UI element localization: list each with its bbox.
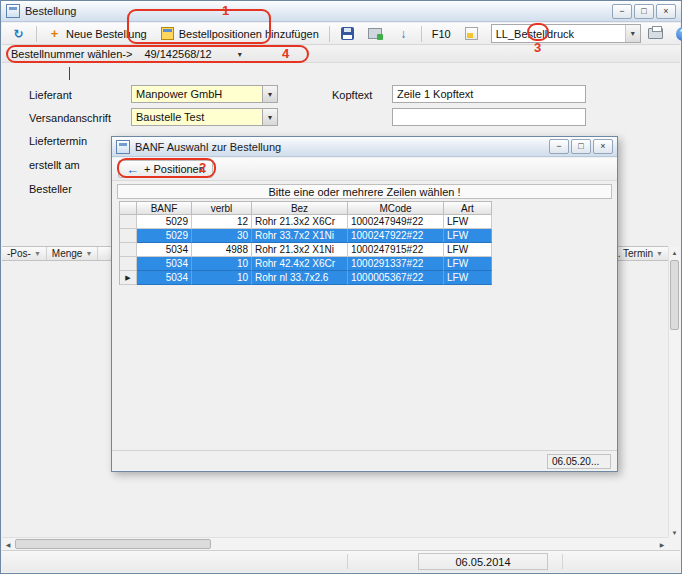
window-titlebar[interactable]: Bestellung − □ × [1, 1, 681, 22]
cell-banf: 5034 [137, 271, 192, 285]
row-selector[interactable] [119, 229, 137, 243]
cell-art: LFW [444, 271, 492, 285]
kopftext-line1-input[interactable]: Zeile 1 Kopftext [392, 85, 586, 103]
table-row[interactable]: 5034 4988 Rohr 21.3x2 X1Ni 1000247915#22… [119, 243, 492, 257]
cell-art: LFW [444, 257, 492, 271]
chevron-down-icon[interactable]: ▾ [238, 50, 242, 59]
instruction-text: Bitte eine oder mehrere Zeilen wählen ! [269, 186, 461, 198]
chevron-down-icon[interactable]: ▾ [625, 25, 640, 42]
col-mcode[interactable]: MCode [348, 201, 444, 215]
toolbar-separator [421, 26, 422, 42]
current-row-marker-icon[interactable]: ▶ [119, 271, 137, 285]
cell-mcode: 1000247949#22 [348, 215, 444, 229]
table-row-current[interactable]: ▶ 5034 10 Rohr nl 33.7x2.6 1000005367#22… [119, 271, 492, 285]
maximize-icon[interactable]: □ [571, 139, 591, 154]
positions-col-pos[interactable]: -Pos- ▼ [2, 247, 47, 260]
new-order-button[interactable]: + Neue Bestellung [41, 24, 153, 43]
save-icon [341, 27, 354, 40]
scroll-right-icon[interactable]: ▶ [656, 538, 668, 550]
dialog-titlebar[interactable]: BANF Auswahl zur Bestellung − □ × [112, 137, 617, 157]
cell-verbl: 4988 [192, 243, 252, 257]
sort-icon[interactable]: ▼ [85, 250, 92, 257]
positionen-label: + Positionen [144, 163, 205, 175]
versandanschrift-label: Versandanschrift [29, 112, 111, 124]
f10-label: F10 [432, 28, 451, 40]
cell-bez: Rohr nl 33.7x2.6 [252, 271, 348, 285]
report-icon [465, 27, 478, 40]
minimize-icon[interactable]: − [612, 4, 632, 19]
erstellt-am-label: erstellt am [29, 159, 80, 171]
scroll-up-icon[interactable]: ▲ [669, 247, 680, 259]
add-positions-button[interactable]: Bestellpositionen hinzufügen [154, 24, 325, 43]
positionen-button[interactable]: ← + Positionen [118, 160, 213, 178]
cell-banf: 5029 [137, 215, 192, 229]
report-combobox[interactable]: LL_Bestelldruck ▾ [491, 24, 641, 43]
printer-icon [648, 28, 663, 39]
chevron-down-icon[interactable]: ▾ [262, 85, 278, 103]
vertical-scrollbar[interactable]: ▲ ▼ [668, 247, 680, 539]
maximize-icon[interactable]: □ [634, 4, 654, 19]
cell-bez: Rohr 33.7x2 X1Ni [252, 229, 348, 243]
cell-bez: Rohr 21.3x2 X1Ni [252, 243, 348, 257]
table-header-row: BANF verbl Bez MCode Art [119, 201, 492, 215]
export-button[interactable] [362, 24, 389, 43]
cell-art: LFW [444, 215, 492, 229]
lieferant-label: Lieferant [29, 89, 72, 101]
order-select-value[interactable]: 49/142568/12 [144, 48, 211, 60]
kopftext-line2-input[interactable] [392, 108, 586, 126]
horizontal-scrollbar[interactable]: ◀ ▶ [2, 537, 668, 550]
left-arrow-icon: ← [126, 163, 139, 176]
window-title: Bestellung [25, 5, 76, 17]
add-positions-label: Bestellpositionen hinzufügen [179, 28, 319, 40]
refresh-button[interactable]: ↻ [5, 24, 32, 43]
close-icon[interactable]: × [656, 4, 676, 19]
f10-button[interactable]: F10 [426, 24, 457, 43]
col-art[interactable]: Art [444, 201, 492, 215]
kopftext-line1-value: Zeile 1 Kopftext [392, 85, 586, 103]
cell-art: LFW [444, 243, 492, 257]
report-button[interactable] [458, 24, 485, 43]
vertical-scrollbar-thumb[interactable] [670, 260, 679, 330]
table-row-selected[interactable]: 5029 30 Rohr 33.7x2 X1Ni 1000247922#22 L… [119, 229, 492, 243]
scrollbar-corner [668, 537, 680, 550]
statusbar-separator [347, 554, 348, 569]
table-row-selected[interactable]: 5034 10 Rohr 42.4x2 X6Cr 1000291337#22 L… [119, 257, 492, 271]
lieferant-combobox[interactable]: Manpower GmbH ▾ [131, 85, 278, 103]
cell-verbl: 10 [192, 271, 252, 285]
order-select-bar: Bestellnummer wählen-> 49/142568/12 ▾ [2, 46, 680, 63]
chevron-down-icon[interactable]: ▾ [262, 108, 278, 126]
col-verbl[interactable]: verbl [192, 201, 252, 215]
scroll-left-icon[interactable]: ◀ [2, 538, 14, 550]
row-selector[interactable] [119, 257, 137, 271]
statusbar-separator [562, 554, 563, 569]
plus-icon: + [47, 26, 62, 41]
horizontal-scrollbar-thumb[interactable] [15, 539, 211, 549]
banf-table: BANF verbl Bez MCode Art 5029 12 Rohr 21… [119, 201, 492, 285]
toolbar-separator [36, 26, 37, 42]
row-selector-header [119, 201, 137, 215]
kopftext-label: Kopftext [332, 89, 372, 101]
save-button[interactable] [334, 24, 361, 43]
col-bez[interactable]: Bez [252, 201, 348, 215]
statusbar: 06.05.2014 [2, 550, 680, 572]
row-selector[interactable] [119, 215, 137, 229]
order-select-label: Bestellnummer wählen-> [11, 48, 132, 60]
row-selector[interactable] [119, 243, 137, 257]
col-banf[interactable]: BANF [137, 201, 192, 215]
versandanschrift-value: Baustelle Test [131, 108, 262, 126]
sort-icon[interactable]: ▼ [34, 250, 41, 257]
download-button[interactable]: ↓ [390, 24, 417, 43]
print-button[interactable] [642, 24, 669, 43]
liefertermin-label: Liefertermin [29, 135, 87, 147]
add-positions-icon [161, 27, 174, 40]
dialog-status-date: 06.05.20... [552, 456, 599, 467]
positions-col-menge[interactable]: Menge ▼ [47, 247, 99, 260]
statusbar-date: 06.05.2014 [455, 556, 510, 568]
table-row[interactable]: 5029 12 Rohr 21.3x2 X6Cr 1000247949#22 L… [119, 215, 492, 229]
minimize-icon[interactable]: − [549, 139, 569, 154]
cell-bez: Rohr 42.4x2 X6Cr [252, 257, 348, 271]
help-button[interactable]: ? [670, 24, 682, 43]
close-icon[interactable]: × [593, 139, 613, 154]
versandanschrift-combobox[interactable]: Baustelle Test ▾ [131, 108, 278, 126]
filter-icon[interactable]: ▼ [656, 250, 663, 257]
